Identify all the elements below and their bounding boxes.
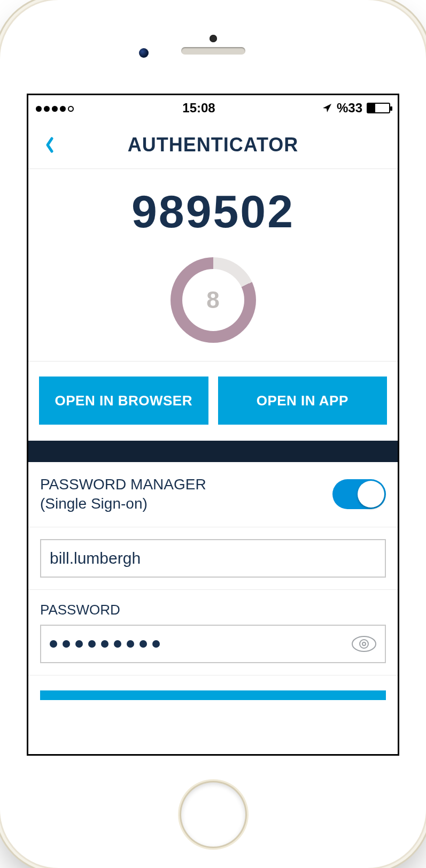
otp-code: 989502	[28, 185, 398, 238]
otp-section: 989502 8	[28, 169, 398, 362]
login-button[interactable]	[40, 690, 386, 700]
section-divider	[28, 441, 398, 462]
pm-subtitle: (Single Sign-on)	[40, 494, 206, 513]
username-input[interactable]	[40, 539, 386, 578]
svg-point-1	[360, 640, 368, 648]
status-bar: 15:08 %33	[28, 95, 398, 121]
open-in-browser-button[interactable]: OPEN IN BROWSER	[39, 377, 208, 425]
countdown-ring: 8	[171, 257, 256, 343]
phone-frame: 15:08 %33 AUTHENTICATOR 989502	[0, 0, 426, 868]
svg-point-0	[352, 636, 376, 651]
password-manager-header: PASSWORD MANAGER (Single Sign-on)	[28, 462, 398, 527]
earpiece-speaker	[181, 47, 245, 55]
battery-icon	[367, 103, 390, 113]
password-manager-toggle[interactable]	[332, 479, 386, 509]
screen: 15:08 %33 AUTHENTICATOR 989502	[27, 94, 399, 756]
battery-percent: %33	[337, 101, 362, 116]
reveal-password-icon[interactable]	[351, 634, 377, 654]
toggle-knob-icon	[358, 481, 384, 508]
front-camera	[210, 35, 217, 42]
back-button[interactable]	[38, 133, 61, 157]
page-title: AUTHENTICATOR	[128, 134, 299, 156]
home-button[interactable]	[181, 782, 245, 847]
password-label: PASSWORD	[40, 602, 386, 618]
countdown-seconds: 8	[182, 269, 244, 331]
password-block: PASSWORD	[28, 590, 398, 675]
svg-point-2	[362, 642, 366, 646]
open-in-app-button[interactable]: OPEN IN APP	[218, 377, 388, 425]
open-actions: OPEN IN BROWSER OPEN IN APP	[28, 362, 398, 441]
username-block	[28, 527, 398, 590]
status-time: 15:08	[182, 101, 215, 116]
pm-title: PASSWORD MANAGER	[40, 475, 206, 494]
password-input[interactable]	[40, 625, 386, 663]
app-header: AUTHENTICATOR	[28, 121, 398, 169]
chevron-left-icon	[44, 136, 55, 153]
location-arrow-icon	[322, 103, 332, 113]
proximity-sensor	[139, 48, 149, 58]
signal-dots-icon	[36, 101, 76, 116]
